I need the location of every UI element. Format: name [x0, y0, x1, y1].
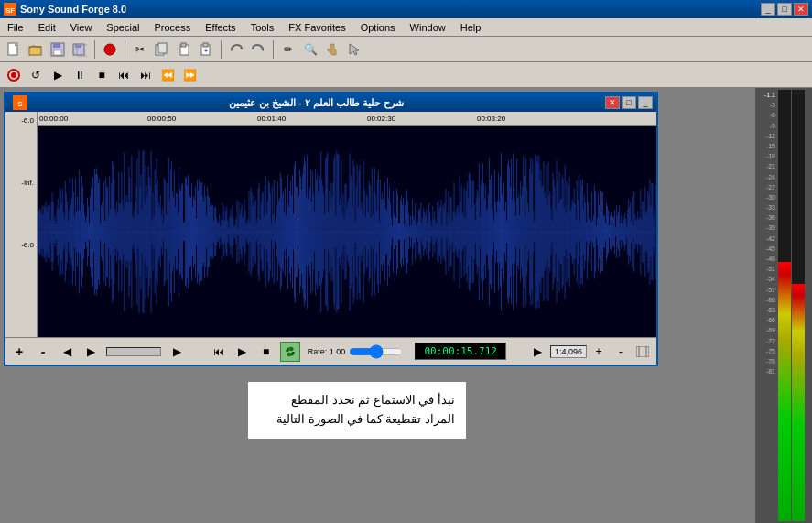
cut-button[interactable]: ✂ — [130, 39, 150, 60]
save-button[interactable] — [48, 39, 68, 60]
paste-special-button[interactable]: + — [196, 39, 216, 60]
menu-view[interactable]: View — [63, 18, 100, 36]
menu-effects[interactable]: Effects — [198, 18, 243, 36]
toolbar2: ↺ ▶ ⏸ ■ ⏮ ⏭ ⏪ ⏩ — [0, 62, 812, 88]
menu-special[interactable]: Special — [99, 18, 146, 36]
loop-button[interactable]: ↺ — [26, 65, 46, 85]
vu-label-m45: -45 — [757, 244, 777, 254]
svg-point-11 — [104, 44, 115, 55]
time-display: 00:00:15.712 — [415, 343, 506, 360]
level-ruler: -6.0 -Inf. -6.0 — [5, 112, 38, 337]
go-start-mini[interactable]: ⏮ — [209, 342, 229, 362]
svg-rect-15 — [181, 43, 186, 47]
vu-label-m36: -36 — [757, 212, 777, 223]
wave-minimize-button[interactable]: _ — [638, 96, 653, 109]
save-all-button[interactable] — [70, 39, 90, 60]
minimize-button[interactable]: _ — [761, 3, 775, 16]
menu-fx-favorites[interactable]: FX Favorites — [281, 18, 352, 36]
vu-label-m39: -39 — [757, 223, 777, 233]
vu-bar-left — [778, 90, 791, 521]
vu-label-m57: -57 — [757, 285, 777, 295]
zoom-in-btn[interactable]: + — [9, 342, 29, 362]
redo-button[interactable] — [248, 39, 268, 60]
play-button[interactable]: ▶ — [48, 65, 68, 85]
zoom-out-btn[interactable]: - — [33, 342, 53, 362]
zoom-out2-btn[interactable]: - — [611, 342, 631, 362]
scroll-right2-btn[interactable]: ▶ — [167, 342, 187, 362]
go-end-button[interactable]: ⏭ — [135, 65, 156, 85]
waveform-display[interactable]: 00:00:00 00:00:50 00:01:40 00:02:30 00:0… — [38, 112, 656, 337]
rate-label: Rate: 1.00 — [308, 347, 346, 356]
play-record-button[interactable] — [4, 65, 24, 85]
time-mark-3: 00:02:30 — [367, 114, 395, 123]
menu-file[interactable]: File — [0, 18, 31, 36]
vu-label-m27: -27 — [757, 182, 777, 192]
level-mark-inf: -Inf. — [5, 180, 37, 187]
pointer-button[interactable] — [344, 39, 364, 60]
vu-label-m81: -81 — [757, 366, 777, 376]
vu-label-m33: -33 — [757, 202, 777, 212]
vu-meter: -1.1 -3 -6 -9 -12 -15 -18 -21 -24 -27 -3… — [755, 88, 812, 523]
time-mark-0: 00:00:00 — [39, 114, 68, 123]
wave-maximize-button[interactable]: □ — [622, 96, 636, 109]
vu-label-m3: -3 — [757, 100, 777, 110]
waveform-bottom-bar: + - ◀ ▶ ▶ ⏮ ▶ ■ Rate: 1.00 00:00:15.712 — [5, 337, 656, 365]
stop-button[interactable]: ■ — [92, 65, 112, 85]
zoom-in2-btn[interactable]: + — [589, 342, 609, 362]
menu-tools[interactable]: Tools — [244, 18, 282, 36]
paste-button[interactable] — [174, 39, 194, 60]
menu-window[interactable]: Window — [403, 18, 453, 36]
vu-label-m66: -66 — [757, 315, 777, 325]
vu-label-m69: -69 — [757, 325, 777, 335]
wave-title: شرح حلية طالب العلم ٢ - الشيخ بن عثيمين — [27, 97, 605, 109]
rate-slider[interactable] — [349, 344, 404, 359]
menu-options[interactable]: Options — [353, 18, 403, 36]
waveform-svg: // This will be handled by inline genera… — [38, 126, 656, 337]
waveform-canvas[interactable]: // This will be handled by inline genera… — [38, 126, 656, 337]
vu-label-m18: -18 — [757, 151, 777, 161]
scroll-bar[interactable] — [106, 347, 161, 356]
svg-text:S: S — [17, 100, 23, 108]
menu-process[interactable]: Process — [146, 18, 198, 36]
vu-label-top: -1.1 — [757, 90, 777, 100]
wave-close-button[interactable]: ✕ — [605, 96, 620, 109]
loop-mini[interactable] — [280, 342, 300, 362]
go-start-button[interactable]: ⏮ — [114, 65, 134, 85]
zoom-full-btn[interactable] — [633, 342, 653, 362]
new-button[interactable] — [4, 39, 24, 60]
sep3 — [221, 40, 222, 59]
vu-label-m24: -24 — [757, 172, 777, 182]
stop-mini[interactable]: ■ — [256, 342, 276, 362]
maximize-button[interactable]: □ — [777, 3, 792, 16]
text-line1: نبدأ في الاستماع ثم نحدد المقطع — [259, 391, 455, 410]
vu-label-m78: -78 — [757, 356, 777, 366]
pause-button[interactable]: ⏸ — [70, 65, 90, 85]
level-mark-bot: -6.0 — [5, 242, 37, 249]
hand-button[interactable] — [322, 39, 342, 60]
vu-label-m30: -30 — [757, 192, 777, 202]
transport-mini: ⏮ ▶ ■ Rate: 1.00 — [209, 342, 405, 362]
wave-title-controls: _ □ ✕ — [605, 96, 653, 109]
close-button[interactable]: ✕ — [794, 3, 808, 16]
waveform-content: -6.0 -Inf. -6.0 00:00:00 00:00:50 00:01:… — [5, 112, 656, 337]
vu-label-m54: -54 — [757, 274, 777, 284]
next-marker-button[interactable]: ⏩ — [179, 65, 200, 85]
prev-marker-button[interactable]: ⏪ — [157, 65, 178, 85]
scroll-left-btn[interactable]: ◀ — [57, 342, 77, 362]
menu-bar: File Edit View Special Process Effects T… — [0, 18, 812, 37]
copy-button[interactable] — [152, 39, 172, 60]
menu-edit[interactable]: Edit — [31, 18, 63, 36]
undo-button[interactable] — [226, 39, 246, 60]
zoom-label: 1:4,096 — [550, 345, 587, 358]
vu-label-m6: -6 — [757, 110, 777, 120]
record-button[interactable] — [100, 39, 120, 60]
scroll-right3-btn[interactable]: ▶ — [528, 342, 548, 362]
magnify-button[interactable]: 🔍 — [300, 39, 320, 60]
open-button[interactable] — [26, 39, 46, 60]
play-mini[interactable]: ▶ — [233, 342, 253, 362]
toolbar1: ✂ + ✏ 🔍 — [0, 37, 812, 62]
pencil-button[interactable]: ✏ — [278, 39, 298, 60]
wave-icon: S — [13, 95, 27, 110]
scroll-right-btn[interactable]: ▶ — [81, 342, 101, 362]
menu-help[interactable]: Help — [453, 18, 489, 36]
